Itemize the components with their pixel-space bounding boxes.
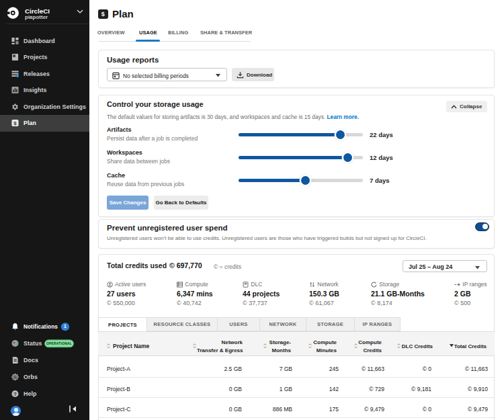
svg-text:$: $ — [13, 120, 17, 126]
svg-text:?: ? — [13, 391, 17, 397]
